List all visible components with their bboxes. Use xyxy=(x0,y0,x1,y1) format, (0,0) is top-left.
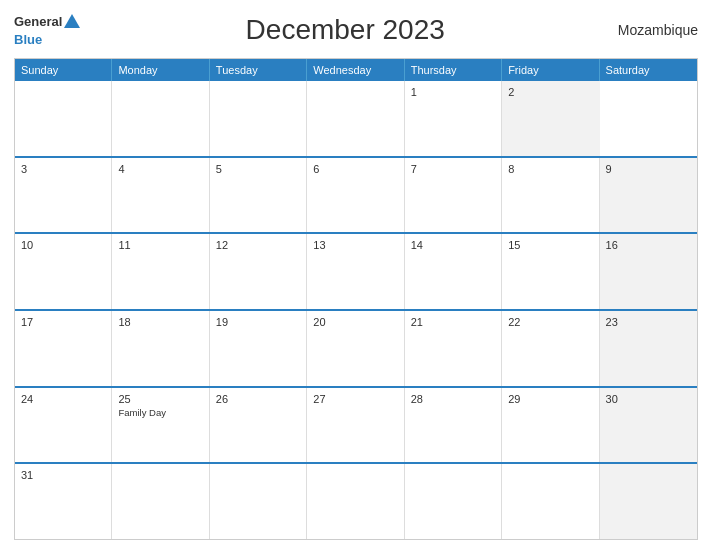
week-row-1: 3456789 xyxy=(15,156,697,233)
day-cell xyxy=(502,464,599,539)
day-cell xyxy=(405,464,502,539)
day-cell: 23 xyxy=(600,311,697,386)
day-cell: 9 xyxy=(600,158,697,233)
day-cell: 7 xyxy=(405,158,502,233)
day-cell xyxy=(210,464,307,539)
day-number: 20 xyxy=(313,316,397,328)
day-cell: 12 xyxy=(210,234,307,309)
day-cell xyxy=(600,464,697,539)
day-number: 12 xyxy=(216,239,300,251)
day-cell: 21 xyxy=(405,311,502,386)
day-cell: 26 xyxy=(210,388,307,463)
day-header-thursday: Thursday xyxy=(405,59,502,81)
day-number: 16 xyxy=(606,239,691,251)
day-cell: 6 xyxy=(307,158,404,233)
day-number: 5 xyxy=(216,163,300,175)
day-cell: 19 xyxy=(210,311,307,386)
day-cell: 24 xyxy=(15,388,112,463)
day-number: 29 xyxy=(508,393,592,405)
week-row-4: 2425Family Day2627282930 xyxy=(15,386,697,463)
day-number: 13 xyxy=(313,239,397,251)
day-number: 21 xyxy=(411,316,495,328)
day-number: 8 xyxy=(508,163,592,175)
day-cell xyxy=(15,81,112,156)
day-number: 26 xyxy=(216,393,300,405)
country-label: Mozambique xyxy=(608,22,698,38)
week-row-2: 10111213141516 xyxy=(15,232,697,309)
day-number: 30 xyxy=(606,393,691,405)
page: General Blue December 2023 Mozambique Su… xyxy=(0,0,712,550)
logo-general: General xyxy=(14,15,62,28)
week-row-0: 12 xyxy=(15,81,697,156)
day-number: 25 xyxy=(118,393,202,405)
day-cell xyxy=(112,464,209,539)
day-cell: 16 xyxy=(600,234,697,309)
day-cell: 14 xyxy=(405,234,502,309)
calendar-title: December 2023 xyxy=(82,14,608,46)
day-cell: 13 xyxy=(307,234,404,309)
day-header-wednesday: Wednesday xyxy=(307,59,404,81)
logo-icon xyxy=(63,12,81,30)
day-number: 6 xyxy=(313,163,397,175)
logo-blue: Blue xyxy=(14,32,42,47)
day-cell: 2 xyxy=(502,81,599,156)
day-number: 24 xyxy=(21,393,105,405)
day-cell: 10 xyxy=(15,234,112,309)
day-cell: 1 xyxy=(405,81,502,156)
holiday-label: Family Day xyxy=(118,407,202,418)
day-header-tuesday: Tuesday xyxy=(210,59,307,81)
day-number: 23 xyxy=(606,316,691,328)
calendar-body: 1234567891011121314151617181920212223242… xyxy=(15,81,697,539)
day-cell: 8 xyxy=(502,158,599,233)
day-number: 3 xyxy=(21,163,105,175)
day-cell: 4 xyxy=(112,158,209,233)
day-number: 11 xyxy=(118,239,202,251)
day-cell: 18 xyxy=(112,311,209,386)
day-cell: 29 xyxy=(502,388,599,463)
week-row-5: 31 xyxy=(15,462,697,539)
day-header-sunday: Sunday xyxy=(15,59,112,81)
day-cell: 31 xyxy=(15,464,112,539)
day-cell xyxy=(307,464,404,539)
day-cell: 25Family Day xyxy=(112,388,209,463)
day-number: 22 xyxy=(508,316,592,328)
svg-marker-0 xyxy=(64,14,80,28)
day-number: 18 xyxy=(118,316,202,328)
day-cell: 30 xyxy=(600,388,697,463)
day-cell: 28 xyxy=(405,388,502,463)
logo: General Blue xyxy=(14,12,82,48)
day-cell xyxy=(210,81,307,156)
day-number: 2 xyxy=(508,86,593,98)
day-cell xyxy=(307,81,404,156)
day-cell: 15 xyxy=(502,234,599,309)
day-cell: 5 xyxy=(210,158,307,233)
day-number: 7 xyxy=(411,163,495,175)
day-number: 31 xyxy=(21,469,105,481)
day-header-monday: Monday xyxy=(112,59,209,81)
day-number: 14 xyxy=(411,239,495,251)
day-header-saturday: Saturday xyxy=(600,59,697,81)
day-number: 4 xyxy=(118,163,202,175)
calendar: SundayMondayTuesdayWednesdayThursdayFrid… xyxy=(14,58,698,540)
day-number: 17 xyxy=(21,316,105,328)
day-header-friday: Friday xyxy=(502,59,599,81)
day-cell xyxy=(112,81,209,156)
day-cell: 20 xyxy=(307,311,404,386)
day-number: 15 xyxy=(508,239,592,251)
day-cell: 27 xyxy=(307,388,404,463)
week-row-3: 17181920212223 xyxy=(15,309,697,386)
day-cell: 11 xyxy=(112,234,209,309)
day-number: 10 xyxy=(21,239,105,251)
day-number: 9 xyxy=(606,163,691,175)
day-cell: 17 xyxy=(15,311,112,386)
day-number: 27 xyxy=(313,393,397,405)
day-number: 19 xyxy=(216,316,300,328)
header: General Blue December 2023 Mozambique xyxy=(14,12,698,48)
day-number: 1 xyxy=(411,86,495,98)
day-number: 28 xyxy=(411,393,495,405)
day-headers: SundayMondayTuesdayWednesdayThursdayFrid… xyxy=(15,59,697,81)
day-cell: 22 xyxy=(502,311,599,386)
day-cell: 3 xyxy=(15,158,112,233)
